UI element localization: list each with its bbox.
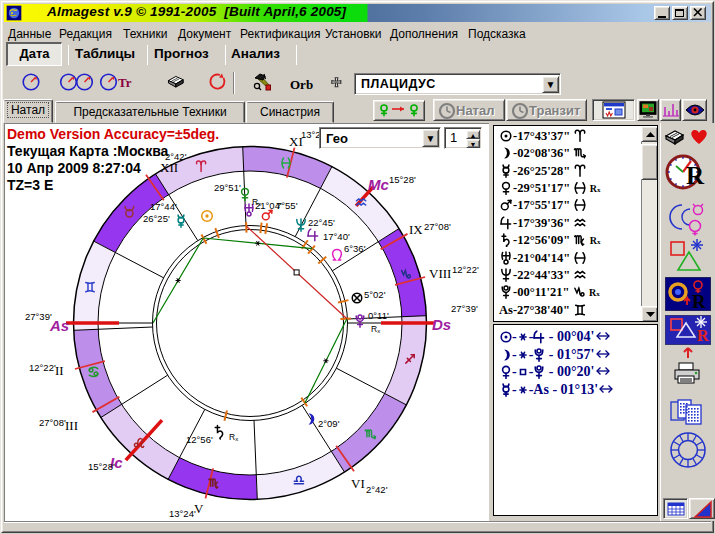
svg-text:Rx: Rx	[252, 197, 261, 207]
svg-text:12°22': 12°22'	[452, 264, 479, 275]
svg-text:22°45': 22°45'	[308, 217, 335, 228]
svg-text:Rx: Rx	[371, 324, 380, 334]
svg-text:III: III	[65, 418, 78, 433]
svg-text:Ds: Ds	[432, 316, 451, 333]
svg-text:15°28': 15°28'	[389, 174, 416, 185]
svg-text:26°25': 26°25'	[143, 213, 170, 224]
svg-text:Rx: Rx	[229, 432, 238, 442]
svg-text:XII: XII	[160, 160, 178, 175]
svg-text:17°44': 17°44'	[150, 201, 177, 212]
svg-text:R: R	[686, 162, 705, 189]
svg-text:27°08': 27°08'	[39, 417, 66, 428]
svg-text:5°02': 5°02'	[364, 289, 386, 300]
svg-text:13°24': 13°24'	[169, 508, 196, 519]
svg-text:Tr: Tr	[118, 75, 132, 90]
svg-text:II: II	[55, 363, 64, 378]
svg-text:27°08': 27°08'	[424, 221, 451, 232]
svg-text:27°39': 27°39'	[451, 303, 478, 314]
svg-text:7°55': 7°55'	[276, 200, 298, 211]
svg-text:6°36': 6°36'	[344, 243, 366, 254]
svg-text:15°28': 15°28'	[88, 461, 115, 472]
svg-text:R: R	[692, 291, 706, 311]
svg-text:12°56': 12°56'	[186, 434, 213, 445]
svg-text:IX: IX	[409, 222, 423, 237]
svg-text:R: R	[697, 327, 709, 344]
svg-text:2°42': 2°42'	[366, 484, 388, 495]
svg-text:As: As	[49, 317, 69, 334]
svg-text:VIII: VIII	[429, 266, 451, 281]
svg-text:VI: VI	[351, 476, 365, 491]
svg-text:0°11': 0°11'	[368, 310, 389, 321]
svg-text:27°39': 27°39'	[25, 311, 52, 322]
svg-text:12°22': 12°22'	[29, 362, 56, 373]
svg-text:17°40': 17°40'	[323, 231, 350, 242]
svg-text:2°09': 2°09'	[318, 418, 340, 429]
svg-text:Mc: Mc	[368, 176, 389, 193]
svg-text:29°51': 29°51'	[214, 182, 241, 193]
